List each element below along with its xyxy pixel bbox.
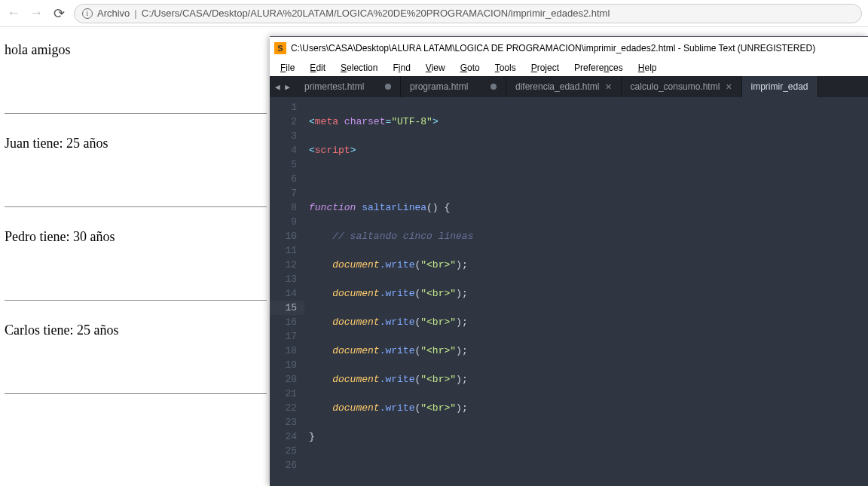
- page-line-pedro: Pedro tiene: 30 años: [5, 225, 267, 251]
- address-path: C:/Users/CASA/Desktop/ALURA%20LATAM/LOGI…: [142, 8, 610, 19]
- address-separator: |: [134, 8, 136, 19]
- dirty-dot-icon: [385, 84, 391, 90]
- menu-selection[interactable]: Selection: [335, 61, 384, 75]
- sublime-editor[interactable]: 1234567891011121314151617181920212223242…: [270, 97, 868, 486]
- menu-help[interactable]: Help: [632, 61, 663, 75]
- menu-project[interactable]: Project: [525, 61, 565, 75]
- menu-find[interactable]: Find: [387, 61, 416, 75]
- tab-diferencia[interactable]: diferencia_edad.html ×: [506, 76, 622, 97]
- code-area[interactable]: <meta charset="UTF-8"> <script> function…: [304, 97, 868, 486]
- tab-history-nav[interactable]: ◀ ▶: [270, 76, 295, 97]
- back-button[interactable]: ←: [6, 6, 21, 21]
- browser-toolbar: ← → ⟳ i Archivo | C:/Users/CASA/Desktop/…: [0, 0, 868, 27]
- tab-label: imprimir_edad: [751, 81, 808, 92]
- sublime-window: S C:\Users\CASA\Desktop\ALURA LATAM\LOGI…: [270, 36, 868, 486]
- menu-goto[interactable]: Goto: [454, 61, 486, 75]
- tab-calculo[interactable]: calculo_consumo.html ×: [622, 76, 742, 97]
- close-icon[interactable]: ×: [605, 81, 611, 93]
- page-line-juan: Juan tiene: 25 años: [5, 131, 267, 157]
- line-number-gutter[interactable]: 1234567891011121314151617181920212223242…: [270, 97, 304, 486]
- address-scheme-label: Archivo: [97, 8, 130, 19]
- page-hr: [5, 393, 267, 394]
- browser-viewport: hola amigos Juan tiene: 25 años Pedro ti…: [0, 27, 271, 406]
- menu-preferences[interactable]: Preferences: [568, 61, 629, 75]
- sublime-menubar[interactable]: File Edit Selection Find View Goto Tools…: [270, 60, 868, 76]
- tab-label: primertest.html: [304, 81, 364, 92]
- menu-edit[interactable]: Edit: [304, 61, 332, 75]
- menu-file[interactable]: File: [274, 61, 301, 75]
- page-hr: [5, 206, 267, 207]
- menu-tools[interactable]: Tools: [489, 61, 522, 75]
- tab-label: programa.html: [410, 81, 468, 92]
- site-info-icon[interactable]: i: [82, 8, 93, 19]
- sublime-title: C:\Users\CASA\Desktop\ALURA LATAM\LOGICA…: [291, 43, 815, 53]
- forward-button[interactable]: →: [29, 6, 44, 21]
- tab-programa[interactable]: programa.html: [401, 76, 506, 97]
- sublime-titlebar[interactable]: S C:\Users\CASA\Desktop\ALURA LATAM\LOGI…: [270, 37, 868, 60]
- dirty-dot-icon: [491, 84, 497, 90]
- sublime-tabbar: ◀ ▶ primertest.html programa.html difere…: [270, 76, 868, 97]
- page-greeting: hola amigos: [5, 38, 267, 64]
- address-bar[interactable]: i Archivo | C:/Users/CASA/Desktop/ALURA%…: [74, 4, 862, 23]
- page-line-carlos: Carlos tiene: 25 años: [5, 318, 267, 344]
- tab-label: diferencia_edad.html: [515, 81, 599, 92]
- tab-primertest[interactable]: primertest.html: [295, 76, 401, 97]
- menu-view[interactable]: View: [420, 61, 451, 75]
- tab-label: calculo_consumo.html: [631, 81, 720, 92]
- sublime-icon: S: [274, 42, 286, 54]
- close-icon[interactable]: ×: [726, 81, 732, 93]
- tab-imprimir-edades[interactable]: imprimir_edad: [742, 76, 818, 97]
- page-hr: [5, 300, 267, 301]
- page-hr: [5, 113, 267, 114]
- reload-button[interactable]: ⟳: [51, 6, 66, 21]
